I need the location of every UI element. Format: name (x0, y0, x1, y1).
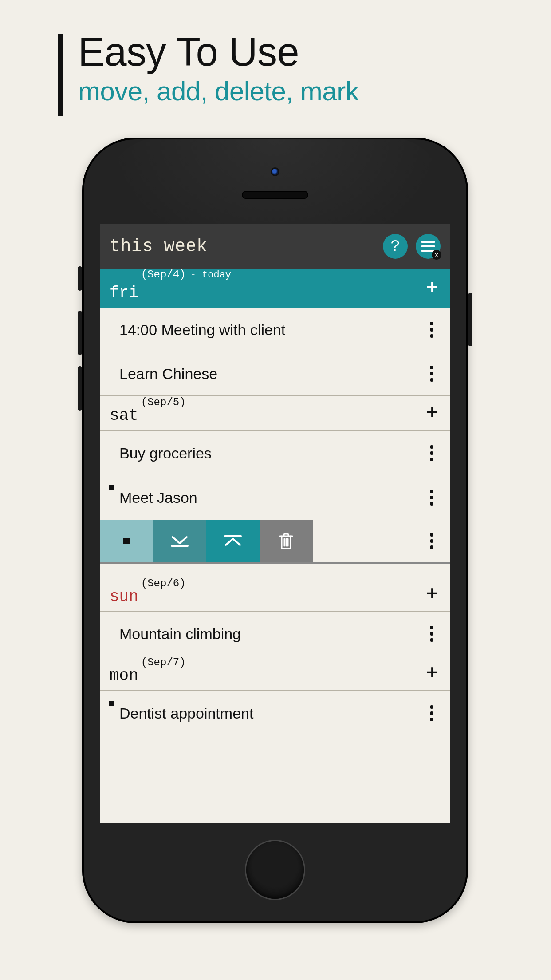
phone-mute-switch (78, 266, 82, 291)
add-task-button[interactable]: + (426, 403, 438, 423)
more-icon[interactable] (430, 451, 433, 455)
day-date: (Sep/4) (141, 269, 186, 281)
menu-button[interactable]: x (416, 234, 441, 259)
delete-action[interactable] (260, 520, 313, 562)
more-icon[interactable] (430, 496, 433, 499)
task-row[interactable]: Buy groceries (100, 431, 450, 475)
phone-home-button (246, 841, 304, 899)
help-button[interactable]: ? (383, 234, 408, 259)
day-tag: - today (190, 269, 231, 281)
task-text: Dentist appointment (119, 705, 253, 722)
phone-camera (272, 169, 278, 175)
add-task-button[interactable]: + (426, 664, 438, 683)
square-icon (123, 538, 130, 544)
close-badge-icon: x (432, 250, 441, 260)
app-screen: this week ? x fri (Sep/4) - today + 14:0… (100, 224, 450, 823)
headline-bar (58, 34, 63, 116)
add-task-button[interactable]: + (426, 585, 438, 604)
more-icon[interactable] (430, 711, 433, 715)
menu-icon (421, 245, 435, 247)
task-row[interactable]: Meet Jason (100, 475, 450, 520)
headline-subtitle: move, add, delete, mark (78, 76, 358, 107)
arrow-up-to-line-icon (223, 534, 243, 548)
add-task-button[interactable]: + (426, 278, 438, 298)
day-header-mon[interactable]: mon (Sep/7) + (100, 656, 450, 691)
more-icon[interactable] (430, 632, 433, 636)
app-title: this week (110, 237, 375, 257)
task-text: Mountain climbing (119, 625, 241, 643)
mark-action[interactable] (100, 520, 153, 562)
day-name: mon (110, 667, 138, 685)
day-header-sun[interactable]: sun (Sep/6) + (100, 577, 450, 612)
trash-icon (279, 533, 293, 549)
task-text: Learn Chinese (119, 365, 217, 383)
day-header-sat[interactable]: sat (Sep/5) + (100, 396, 450, 431)
help-icon: ? (390, 237, 400, 256)
task-row[interactable]: Mountain climbing (100, 612, 450, 656)
task-row[interactable]: 14:00 Meeting with client (100, 308, 450, 352)
task-text: Buy groceries (119, 445, 212, 462)
more-icon[interactable] (430, 372, 433, 375)
day-name: sun (110, 588, 138, 606)
task-mark-icon (109, 701, 114, 706)
phone-frame: this week ? x fri (Sep/4) - today + 14:0… (82, 138, 468, 923)
phone-volume-down (78, 366, 82, 411)
promo-headline: Easy To Use move, add, delete, mark (58, 31, 358, 116)
arrow-down-to-line-icon (170, 534, 189, 548)
day-name: fri (110, 284, 138, 302)
day-header-fri[interactable]: fri (Sep/4) - today + (100, 269, 450, 308)
more-icon[interactable] (430, 539, 433, 543)
task-text: 14:00 Meeting with client (119, 321, 285, 339)
spacer (100, 564, 450, 577)
day-date: (Sep/5) (141, 396, 186, 408)
day-date: (Sep/6) (141, 577, 186, 589)
task-row[interactable]: Dentist appointment (100, 691, 450, 735)
task-mark-icon (109, 485, 114, 490)
task-action-bar (100, 520, 450, 564)
day-date: (Sep/7) (141, 656, 186, 668)
move-up-action[interactable] (206, 520, 260, 562)
phone-speaker (242, 191, 308, 199)
phone-volume-up (78, 311, 82, 355)
task-text: Meet Jason (119, 489, 197, 506)
move-down-action[interactable] (153, 520, 206, 562)
more-icon[interactable] (430, 328, 433, 332)
phone-power-button (468, 293, 472, 346)
task-row[interactable]: Learn Chinese (100, 352, 450, 396)
day-name: sat (110, 407, 138, 425)
app-header: this week ? x (100, 224, 450, 269)
headline-title: Easy To Use (78, 31, 358, 73)
